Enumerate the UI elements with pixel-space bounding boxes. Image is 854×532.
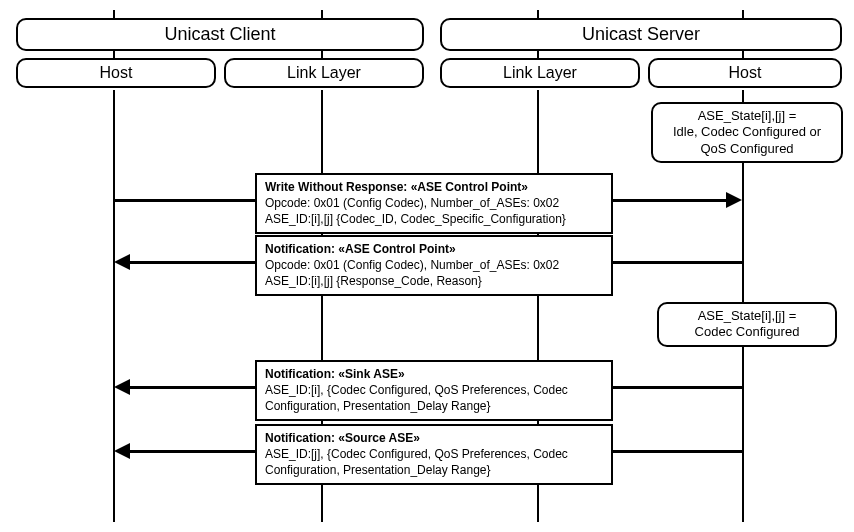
- group-unicast-server: Unicast Server: [440, 18, 842, 51]
- msg-line: ASE_ID:[i],[j] {Codec_ID, Codec_Specific…: [265, 211, 603, 227]
- msg-notification-sink: Notification: «Sink ASE» ASE_ID:[i], {Co…: [255, 360, 613, 421]
- arrow-head-left-icon: [114, 443, 130, 459]
- state-box-initial: ASE_State[i],[j] = Idle, Codec Configure…: [651, 102, 843, 163]
- state-line: Codec Configured: [665, 324, 829, 340]
- arrow-head-right-icon: [726, 192, 742, 208]
- sub-client-host: Host: [16, 58, 216, 88]
- arrow-segment: [130, 450, 255, 453]
- arrow-head-left-icon: [114, 254, 130, 270]
- arrow-segment: [611, 261, 743, 264]
- msg-title: Notification: «Sink ASE»: [265, 366, 603, 382]
- state-line: ASE_State[i],[j] =: [665, 308, 829, 324]
- arrow-segment: [114, 199, 255, 202]
- sub-server-linklayer: Link Layer: [440, 58, 640, 88]
- state-line: Idle, Codec Configured or: [659, 124, 835, 140]
- msg-write-without-response: Write Without Response: «ASE Control Poi…: [255, 173, 613, 234]
- msg-notification-source: Notification: «Source ASE» ASE_ID:[j], {…: [255, 424, 613, 485]
- msg-line: Configuration, Presentation_Delay Range}: [265, 462, 603, 478]
- msg-line: Opcode: 0x01 (Config Codec), Number_of_A…: [265, 195, 603, 211]
- sub-client-linklayer: Link Layer: [224, 58, 424, 88]
- state-line: ASE_State[i],[j] =: [659, 108, 835, 124]
- state-box-codec-configured: ASE_State[i],[j] = Codec Configured: [657, 302, 837, 347]
- msg-line: ASE_ID:[j], {Codec Configured, QoS Prefe…: [265, 446, 603, 462]
- arrow-head-left-icon: [114, 379, 130, 395]
- msg-line: ASE_ID:[i], {Codec Configured, QoS Prefe…: [265, 382, 603, 398]
- sequence-diagram: Unicast Client Unicast Server Host Link …: [10, 10, 844, 522]
- msg-notification-cp: Notification: «ASE Control Point» Opcode…: [255, 235, 613, 296]
- sub-server-host: Host: [648, 58, 842, 88]
- arrow-segment: [130, 386, 255, 389]
- state-line: QoS Configured: [659, 141, 835, 157]
- arrow-segment: [130, 261, 255, 264]
- group-unicast-client: Unicast Client: [16, 18, 424, 51]
- msg-line: ASE_ID:[i],[j] {Response_Code, Reason}: [265, 273, 603, 289]
- arrow-segment: [611, 199, 727, 202]
- msg-line: Configuration, Presentation_Delay Range}: [265, 398, 603, 414]
- arrow-segment: [611, 386, 743, 389]
- arrow-segment: [611, 450, 743, 453]
- msg-title: Write Without Response: «ASE Control Poi…: [265, 179, 603, 195]
- msg-line: Opcode: 0x01 (Config Codec), Number_of_A…: [265, 257, 603, 273]
- msg-title: Notification: «ASE Control Point»: [265, 241, 603, 257]
- msg-title: Notification: «Source ASE»: [265, 430, 603, 446]
